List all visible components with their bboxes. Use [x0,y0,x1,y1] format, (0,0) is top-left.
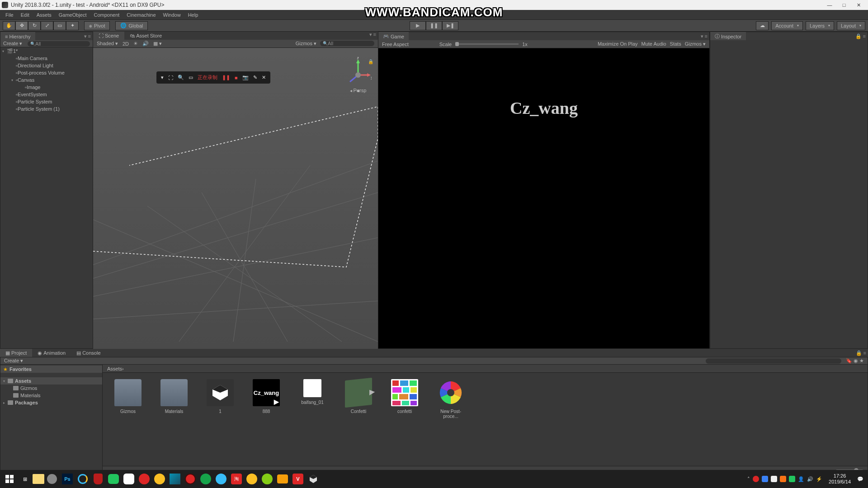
assets-root[interactable]: ▾Assets [0,377,102,385]
app-icon[interactable] [90,471,106,487]
asset-image[interactable]: Cz_wang▶ 888 [250,379,283,414]
rec-pause-icon[interactable]: ❚❚ [222,75,230,80]
minimize-button[interactable]: — [826,2,833,8]
scene-axis-gizmo[interactable]: y x ◂ ◂ Persp 🔒 [344,57,372,93]
tray-people-icon[interactable]: 👤 [798,476,804,482]
aspect-dropdown[interactable]: Free Aspect [382,42,409,47]
menu-window[interactable]: Window [160,12,184,18]
asset-folder[interactable]: Materials [158,379,190,414]
scene-panel-options[interactable]: ▾ ≡ [368,32,378,40]
scene-lock-icon[interactable]: 🔒 [368,59,373,64]
project-folder[interactable]: Materials [0,392,102,399]
menu-component[interactable]: Component [90,12,123,18]
tray-icon[interactable] [753,476,759,482]
app-icon[interactable] [121,471,137,487]
project-filter-icons[interactable]: 🔖 ◉ ★ [846,358,864,364]
shaded-dropdown[interactable]: Shaded ▾ [97,41,118,47]
layers-dropdown[interactable]: Layers [806,21,834,30]
stats-toggle[interactable]: Stats [670,41,681,47]
hierarchy-search[interactable]: 🔍All [28,41,90,47]
2d-toggle[interactable]: 2D [123,41,129,47]
scene-viewport[interactable]: ▾ ⛶ 🔍 ▭ 正在录制 ❚❚ ■ 📷 ✎ ✕ y x [93,48,378,349]
game-tab[interactable]: 🎮 Game [378,32,409,40]
persp-label[interactable]: ◂ Persp [344,88,372,93]
scene-search[interactable]: 🔍All [320,41,374,46]
scene-root[interactable]: ▾🎬 1* [0,47,93,55]
hierarchy-item[interactable]: ▫ Directional Light [0,62,93,69]
mute-audio[interactable]: Mute Audio [642,41,666,47]
scene-audio-toggle[interactable]: 🔊 [142,41,149,47]
app-icon[interactable] [167,471,183,487]
favorites-row[interactable]: ★Favorites [0,366,102,373]
rect-tool[interactable]: ▭ [53,21,66,30]
step-button[interactable]: ▶❚ [442,21,458,30]
app-icon[interactable] [44,471,60,487]
global-toggle[interactable]: 🌐 Global [115,21,148,30]
rec-menu-icon[interactable]: ▾ [161,75,164,80]
asset-folder[interactable]: Gizmos [112,379,144,414]
menu-assets[interactable]: Assets [33,12,55,18]
rec-close-icon[interactable]: ✕ [262,75,266,80]
app-icon[interactable] [75,471,90,487]
menu-edit[interactable]: Edit [17,12,33,18]
project-breadcrumb[interactable]: Assets › [103,365,868,373]
transform-tool[interactable]: ✦ [66,21,79,30]
inspector-options[interactable]: 🔒 ≡ [854,33,868,39]
project-tab[interactable]: ▦ Project [0,349,32,357]
panel-options[interactable]: ▾ ≡ [82,33,93,39]
hierarchy-tab[interactable]: ≡ Hierarchy [0,32,35,40]
explorer-icon[interactable] [33,474,44,484]
project-search[interactable] [706,358,841,364]
rec-stop-icon[interactable]: ■ [235,75,238,80]
tray-chevron-icon[interactable]: ˄ [747,476,750,482]
rec-fullscreen-icon[interactable]: ▭ [189,75,193,80]
scene-fx-toggle[interactable]: ▦ ▾ [153,41,162,47]
app-icon[interactable] [137,471,152,487]
asset-texture[interactable]: baifang_01 [296,379,329,405]
hierarchy-item[interactable]: ▫ Particle System [0,98,93,105]
asset-prefab[interactable]: ▶ Confetti [342,379,375,414]
game-viewport[interactable]: Cz_wang [378,48,709,348]
bandicam-recording-toolbar[interactable]: ▾ ⛶ 🔍 ▭ 正在录制 ❚❚ ■ 📷 ✎ ✕ [156,71,270,84]
menu-gameobject[interactable]: GameObject [55,12,90,18]
hierarchy-item[interactable]: ▫ EventSystem [0,91,93,98]
packages-root[interactable]: ▸Packages [0,399,102,406]
app-icon[interactable] [259,471,275,487]
scene-light-toggle[interactable]: ☀ [133,41,138,47]
app-icon[interactable] [244,471,259,487]
tray-network-icon[interactable]: ⚡ [816,476,822,482]
hierarchy-item[interactable]: ▫ Post-process Volume [0,69,93,76]
layout-dropdown[interactable]: Layout [837,21,865,30]
game-panel-options[interactable]: ▾ ≡ [699,33,709,39]
hierarchy-create[interactable]: Create ▾ [3,41,22,47]
scene-tab[interactable]: ⛶ Scene [93,32,124,40]
maximize-button[interactable]: □ [841,2,847,8]
gizmos-dropdown[interactable]: Gizmos ▾ [296,41,316,47]
play-button[interactable]: ▶ [410,21,426,30]
tray-icon[interactable] [771,476,777,482]
app-icon[interactable] [152,471,167,487]
inspector-tab[interactable]: ⓘ Inspector [710,32,746,40]
hierarchy-item[interactable]: ▫ Image [0,84,93,91]
asset-store-tab[interactable]: 🛍 Asset Store [124,32,167,40]
asset-texture[interactable]: confetti [388,379,421,414]
rec-search-icon[interactable]: 🔍 [178,75,184,80]
taskbar-clock[interactable]: 17:26 2019/6/14 [825,473,854,485]
unity-taskbar-icon[interactable] [306,471,321,487]
app-icon[interactable] [213,471,229,487]
scale-slider[interactable] [455,43,519,45]
asset-postprocess[interactable]: New Post-proce... [434,379,467,419]
hierarchy-item[interactable]: ▫ Particle System (1) [0,105,93,113]
menu-file[interactable]: File [2,12,17,18]
project-panel-options[interactable]: 🔒 ≡ [854,350,868,356]
tray-icon[interactable] [762,476,768,482]
app-icon[interactable] [275,471,290,487]
rec-draw-icon[interactable]: ✎ [253,75,257,80]
rec-target-icon[interactable]: ⛶ [168,75,173,80]
pause-button[interactable]: ❚❚ [426,21,442,30]
bandicam-icon[interactable] [183,471,198,487]
rec-camera-icon[interactable]: 📷 [242,75,249,80]
tray-icon[interactable] [789,476,795,482]
game-gizmos[interactable]: Gizmos ▾ [685,41,706,47]
app-icon[interactable]: 淘 [229,471,244,487]
